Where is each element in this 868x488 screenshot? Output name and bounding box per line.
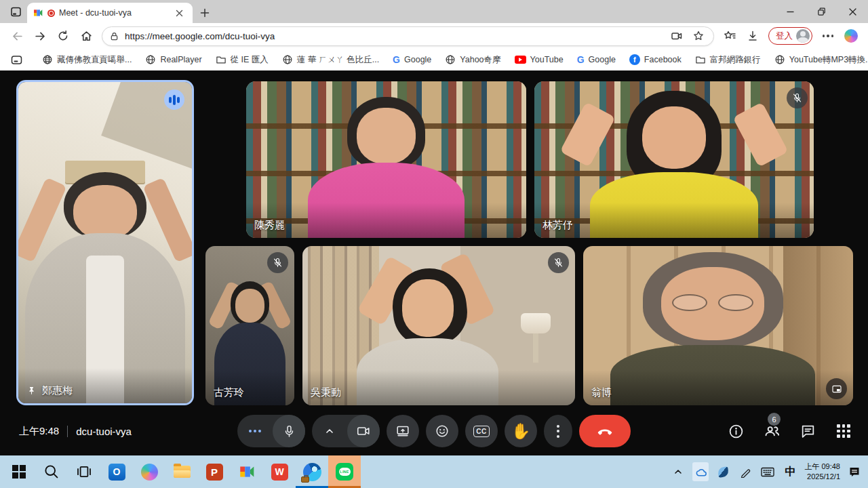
- browser-tab[interactable]: Meet - dcu-tuoi-vya: [27, 3, 193, 23]
- meeting-details-button[interactable]: [726, 422, 745, 441]
- bookmark-item[interactable]: 蓮 華 ㄏㄨㄚ 色比丘...: [278, 52, 383, 68]
- picture-in-picture-button[interactable]: [826, 378, 847, 399]
- mic-off-icon: [791, 92, 803, 104]
- bookmark-item[interactable]: RealPlayer: [141, 52, 205, 67]
- tab-close-icon[interactable]: [171, 5, 187, 21]
- video-tile[interactable]: 陳秀麗: [246, 81, 526, 238]
- video-tile[interactable]: 鄭惠梅: [16, 80, 194, 405]
- participant-name: 翁博: [591, 386, 612, 399]
- bookmark-folder[interactable]: 從 IE 匯入: [212, 52, 273, 68]
- folder-icon: [695, 55, 706, 64]
- browser-menu-button[interactable]: [818, 26, 838, 46]
- participant-video: [302, 246, 575, 405]
- taskbar-line-button[interactable]: LINE: [328, 455, 361, 488]
- more-options-button[interactable]: [544, 415, 572, 447]
- windows-taskbar: O P W LINE 中: [0, 455, 868, 488]
- bookmark-label: Google: [589, 55, 616, 64]
- show-people-button[interactable]: 6: [762, 422, 781, 441]
- camera-in-use-icon[interactable]: [669, 28, 685, 44]
- close-button[interactable]: [837, 0, 868, 23]
- divider: [67, 426, 68, 437]
- camera-button[interactable]: [347, 415, 380, 447]
- url-text[interactable]: https://meet.google.com/dcu-tuoi-vya: [125, 31, 663, 41]
- bookmark-item[interactable]: GGoogle: [573, 52, 620, 67]
- address-bar[interactable]: https://meet.google.com/dcu-tuoi-vya: [102, 26, 714, 46]
- favorite-star-icon[interactable]: [690, 28, 707, 44]
- restore-button[interactable]: [806, 0, 837, 23]
- task-view-button[interactable]: [68, 455, 100, 488]
- home-button[interactable]: [76, 26, 96, 46]
- activities-button[interactable]: [834, 422, 853, 441]
- bookmark-item[interactable]: GGoogle: [389, 52, 435, 67]
- folder-icon: [216, 55, 226, 64]
- tray-clock[interactable]: 上午 09:48 2025/12/1: [804, 462, 840, 482]
- chat-button[interactable]: [798, 422, 817, 441]
- bookmark-label: Yahoo奇摩: [460, 54, 500, 66]
- touch-keyboard-icon[interactable]: [760, 462, 776, 481]
- audio-settings-button[interactable]: [237, 415, 273, 447]
- mic-button[interactable]: [273, 415, 305, 447]
- globe-icon: [445, 54, 456, 65]
- bookmark-item[interactable]: 藏傳佛教直貢噶舉...: [38, 52, 136, 68]
- action-center-button[interactable]: [846, 462, 863, 481]
- pin-icon: [26, 386, 37, 396]
- copilot-icon: [844, 29, 858, 43]
- leave-call-button[interactable]: [579, 415, 631, 447]
- taskbar-copilot-button[interactable]: [133, 455, 165, 488]
- tray-overflow-chevron[interactable]: [670, 462, 686, 481]
- browser-toolbar: https://meet.google.com/dcu-tuoi-vya 登入: [0, 23, 868, 49]
- cc-icon: CC: [473, 426, 489, 437]
- minimize-button[interactable]: [774, 0, 806, 23]
- downloads-button[interactable]: [743, 26, 763, 46]
- tray-app-icon[interactable]: [715, 462, 731, 481]
- video-tile[interactable]: 吳秉動: [302, 246, 575, 405]
- participant-nametag: 鄭惠梅: [26, 384, 73, 397]
- participant-nametag: 吳秉動: [311, 386, 341, 399]
- forward-button[interactable]: [30, 26, 50, 46]
- globe-icon: [145, 54, 156, 65]
- back-button[interactable]: [7, 26, 27, 46]
- taskbar-outlook-button[interactable]: O: [100, 455, 133, 488]
- participant-name: 林芳伃: [542, 219, 573, 232]
- audio-options-icon: [249, 430, 261, 432]
- taskbar-file-explorer-button[interactable]: [165, 455, 198, 488]
- taskbar-edge-button[interactable]: [296, 455, 328, 488]
- refresh-button[interactable]: [53, 26, 73, 46]
- taskbar-meet-button[interactable]: [231, 455, 263, 488]
- signin-button[interactable]: 登入: [768, 27, 812, 45]
- captions-button[interactable]: CC: [465, 415, 498, 447]
- video-tile[interactable]: 翁博: [583, 246, 853, 405]
- onedrive-icon[interactable]: [692, 462, 709, 481]
- participant-video: [583, 246, 853, 405]
- line-bubble-label: LINE: [339, 468, 351, 476]
- raise-hand-button[interactable]: ✋: [505, 415, 537, 447]
- taskbar-wps-button[interactable]: W: [263, 455, 296, 488]
- chevron-up-icon: [325, 426, 334, 436]
- new-tab-button[interactable]: [197, 5, 213, 21]
- favorites-bar-button[interactable]: [719, 26, 740, 46]
- pen-input-icon[interactable]: [737, 462, 753, 481]
- powerpoint-icon: P: [206, 464, 223, 481]
- ime-indicator[interactable]: 中: [782, 465, 798, 479]
- globe-icon: [42, 54, 53, 65]
- raise-hand-icon: ✋: [511, 424, 531, 439]
- video-tile[interactable]: 林芳伃: [534, 81, 814, 238]
- start-button[interactable]: [3, 455, 35, 488]
- youtube-icon: [515, 56, 526, 64]
- search-button[interactable]: [35, 455, 68, 488]
- reactions-button[interactable]: [426, 415, 458, 447]
- video-settings-button[interactable]: [312, 415, 347, 447]
- bookmark-item[interactable]: YouTube: [511, 53, 568, 66]
- present-button[interactable]: [387, 415, 419, 447]
- bookmark-label: Facebook: [644, 55, 682, 64]
- bookmark-folder[interactable]: 富邦網路銀行: [691, 52, 765, 68]
- collections-icon[interactable]: [8, 52, 24, 68]
- tab-actions-button[interactable]: [5, 3, 26, 20]
- bookmark-item[interactable]: Yahoo奇摩: [441, 52, 505, 68]
- bookmark-item[interactable]: YouTube轉MP3轉換...: [770, 52, 868, 68]
- copilot-button[interactable]: [841, 26, 861, 46]
- meeting-code: dcu-tuoi-vya: [76, 426, 132, 437]
- taskbar-powerpoint-button[interactable]: P: [198, 455, 231, 488]
- bookmark-item[interactable]: fFacebook: [625, 52, 686, 67]
- video-tile[interactable]: 古芳玲: [205, 246, 294, 405]
